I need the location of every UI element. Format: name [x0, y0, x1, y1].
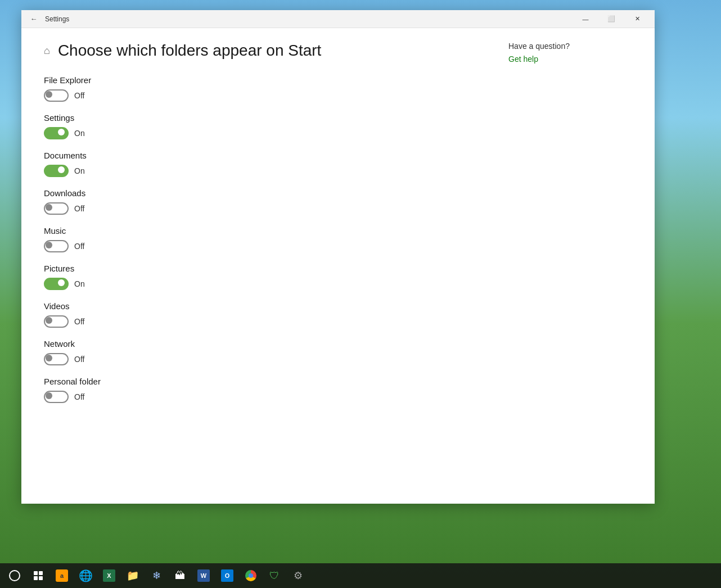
toggle-row-file-explorer: Off — [44, 89, 475, 102]
taskbar-mountain[interactable]: 🏔 — [169, 564, 191, 587]
taskbar-chrome[interactable] — [240, 564, 262, 587]
taskbar-folder[interactable]: 📁 — [121, 564, 144, 587]
toggle-state-network: Off — [74, 355, 84, 364]
close-button[interactable]: ✕ — [624, 10, 650, 28]
mountain-icon: 🏔 — [175, 570, 185, 582]
toggle-row-videos: Off — [44, 315, 475, 328]
taskbar-ie[interactable]: 🌐 — [74, 564, 97, 587]
toggle-music[interactable] — [44, 240, 69, 252]
setting-item-videos: Videos Off — [44, 301, 475, 328]
get-help-link[interactable]: Get help — [508, 55, 538, 64]
page-header: ⌂ Choose which folders appear on Start — [44, 42, 475, 60]
folder-icon: 📁 — [127, 569, 139, 582]
excel-icon: X — [103, 569, 115, 582]
app1-icon: ❄ — [152, 569, 161, 582]
toggle-row-personal-folder: Off — [44, 391, 475, 403]
toggle-downloads[interactable] — [44, 202, 69, 215]
back-button[interactable]: ← — [26, 11, 42, 27]
setting-label-personal-folder: Personal folder — [44, 377, 475, 386]
window-title: Settings — [45, 15, 69, 23]
window-controls: — ⬜ ✕ — [573, 10, 650, 28]
toggle-row-documents: On — [44, 165, 475, 177]
toggle-state-pictures: On — [74, 279, 85, 288]
titlebar: ← Settings — ⬜ ✕ — [21, 10, 655, 28]
taskbar-task-view[interactable] — [27, 564, 49, 587]
setting-label-music: Music — [44, 226, 475, 236]
setting-item-downloads: Downloads Off — [44, 188, 475, 215]
home-icon[interactable]: ⌂ — [44, 45, 50, 57]
outlook-icon: O — [221, 569, 233, 582]
shield-icon: 🛡 — [269, 570, 280, 582]
main-content: ⌂ Choose which folders appear on Start F… — [21, 28, 497, 504]
toggle-row-settings: On — [44, 127, 475, 139]
toggle-videos[interactable] — [44, 315, 69, 328]
toggle-row-network: Off — [44, 353, 475, 365]
toggle-state-documents: On — [74, 166, 85, 175]
toggle-row-music: Off — [44, 240, 475, 252]
setting-item-personal-folder: Personal folder Off — [44, 377, 475, 403]
window-content: ⌂ Choose which folders appear on Start F… — [21, 28, 655, 504]
right-sidebar: Have a question? Get help — [497, 28, 655, 504]
help-question: Have a question? — [508, 42, 643, 51]
amazon-icon: a — [56, 569, 68, 582]
setting-label-downloads: Downloads — [44, 188, 475, 198]
setting-label-file-explorer: File Explorer — [44, 75, 475, 85]
toggle-network[interactable] — [44, 353, 69, 365]
setting-label-videos: Videos — [44, 301, 475, 311]
setting-item-pictures: Pictures On — [44, 264, 475, 290]
ie-icon: 🌐 — [79, 569, 93, 582]
setting-label-settings: Settings — [44, 113, 475, 123]
toggle-row-downloads: Off — [44, 202, 475, 215]
toggle-file-explorer[interactable] — [44, 89, 69, 102]
setting-label-documents: Documents — [44, 151, 475, 160]
toggle-state-settings: On — [74, 129, 85, 138]
setting-item-music: Music Off — [44, 226, 475, 252]
setting-label-network: Network — [44, 339, 475, 349]
task-view-icon — [34, 571, 43, 580]
taskbar: a 🌐 X 📁 ❄ 🏔 W O 🛡 ⚙ — [0, 563, 721, 588]
taskbar-word[interactable]: W — [192, 564, 215, 587]
setting-item-documents: Documents On — [44, 151, 475, 177]
word-icon: W — [197, 569, 210, 582]
settings-icon: ⚙ — [294, 569, 303, 582]
settings-window: ← Settings — ⬜ ✕ ⌂ Choose which folders … — [21, 10, 655, 504]
toggle-personal-folder[interactable] — [44, 391, 69, 403]
toggle-settings[interactable] — [44, 127, 69, 139]
toggle-state-music: Off — [74, 242, 84, 251]
toggle-state-personal-folder: Off — [74, 392, 84, 401]
taskbar-shield[interactable]: 🛡 — [263, 564, 286, 587]
toggle-state-downloads: Off — [74, 204, 84, 213]
settings-list: File Explorer Off Settings — [44, 75, 475, 414]
taskbar-excel[interactable]: X — [98, 564, 120, 587]
setting-item-settings: Settings On — [44, 113, 475, 139]
taskbar-search[interactable] — [3, 564, 26, 587]
minimize-button[interactable]: — — [573, 10, 598, 28]
taskbar-outlook[interactable]: O — [216, 564, 238, 587]
toggle-state-videos: Off — [74, 317, 84, 326]
taskbar-app1[interactable]: ❄ — [145, 564, 168, 587]
chrome-icon — [245, 570, 256, 581]
taskbar-settings[interactable]: ⚙ — [287, 564, 309, 587]
maximize-button[interactable]: ⬜ — [598, 10, 624, 28]
toggle-state-file-explorer: Off — [74, 91, 84, 100]
setting-item-file-explorer: File Explorer Off — [44, 75, 475, 102]
toggle-documents[interactable] — [44, 165, 69, 177]
taskbar-amazon[interactable]: a — [51, 564, 73, 587]
setting-label-pictures: Pictures — [44, 264, 475, 273]
search-icon — [9, 570, 20, 581]
page-title: Choose which folders appear on Start — [58, 42, 322, 60]
setting-item-network: Network Off — [44, 339, 475, 365]
toggle-pictures[interactable] — [44, 278, 69, 290]
toggle-row-pictures: On — [44, 278, 475, 290]
